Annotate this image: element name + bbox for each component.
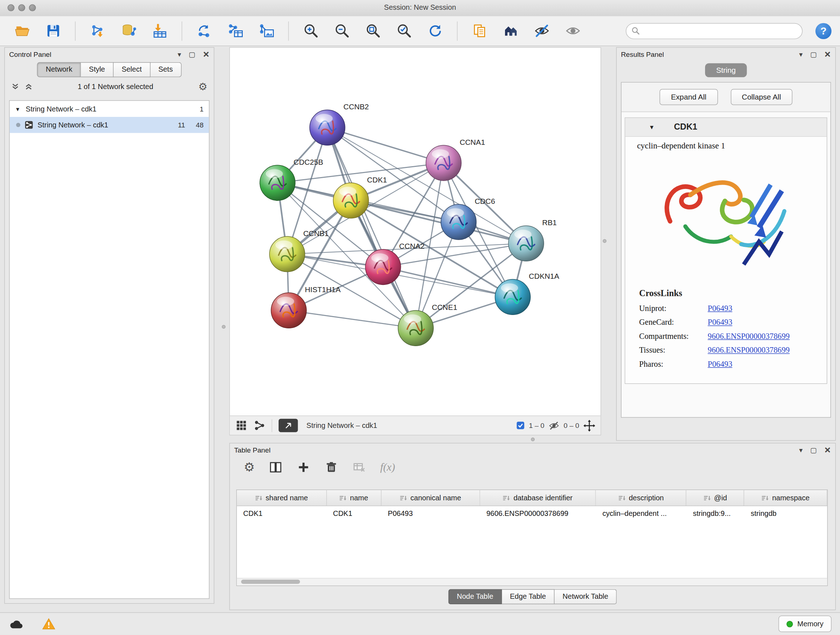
network-node-CCNB1[interactable]: CCNB1 xyxy=(270,229,329,272)
column-header--id[interactable]: @id xyxy=(686,490,744,506)
collapse-all-button[interactable]: Collapse All xyxy=(730,89,792,105)
column-header-shared-name[interactable]: shared name xyxy=(237,490,326,506)
panel-float-icon[interactable]: ▢ xyxy=(188,51,195,57)
column-header-name[interactable]: name xyxy=(326,490,381,506)
table-cell[interactable]: CDK1 xyxy=(326,506,381,520)
expand-all-icon[interactable] xyxy=(25,82,33,90)
network-node-CCNB2[interactable]: CCNB2 xyxy=(309,103,369,145)
tab-edge-table[interactable]: Edge Table xyxy=(502,589,554,604)
new-network-button[interactable] xyxy=(195,22,213,40)
edge-count: 48 xyxy=(196,121,203,129)
delete-column-button[interactable] xyxy=(325,460,339,474)
network-node-HIST1H1A[interactable]: HIST1H1A xyxy=(271,285,341,328)
network-row[interactable]: String Network – cdk1 11 48 xyxy=(10,117,209,133)
toolbar-search[interactable] xyxy=(626,23,803,39)
splitter-grip[interactable] xyxy=(531,437,535,441)
table-settings-gear-icon[interactable]: ⚙ xyxy=(244,461,255,473)
table-cell[interactable]: stringdb xyxy=(744,506,827,520)
tab-node-table[interactable]: Node Table xyxy=(448,589,502,604)
crosslink-value-link[interactable]: P06493 xyxy=(707,304,732,313)
warnings-button[interactable] xyxy=(41,617,57,631)
network-from-table-button[interactable] xyxy=(226,22,244,40)
crosslink-value-link[interactable]: P06493 xyxy=(707,360,732,369)
memory-button[interactable]: Memory xyxy=(778,616,831,632)
crosslink-value-link[interactable]: 9606.ENSP00000378699 xyxy=(707,332,789,341)
delete-table-button[interactable] xyxy=(352,460,366,474)
panel-float-icon[interactable]: ▢ xyxy=(810,51,816,57)
tab-network[interactable]: Network xyxy=(37,62,81,77)
hidden-eye-slash-icon[interactable] xyxy=(549,420,560,431)
selected-checkbox-icon[interactable] xyxy=(516,421,524,429)
open-session-button[interactable] xyxy=(13,22,31,40)
network-collection-row[interactable]: ▼ String Network – cdk1 1 xyxy=(10,101,209,117)
table-cell[interactable]: stringdb:9... xyxy=(686,506,744,520)
create-column-button[interactable] xyxy=(297,460,311,474)
tree-caret-icon[interactable]: ▼ xyxy=(15,106,21,111)
panel-menu-icon[interactable]: ▾ xyxy=(178,51,181,57)
network-node-RB1[interactable]: RB1 xyxy=(508,218,557,261)
network-canvas[interactable]: CCNB2CCNA1CDC25BCDK1CDC6RB1CCNB1CCNA2CDK… xyxy=(230,48,600,416)
network-node-CDKN1A[interactable]: CDKN1A xyxy=(495,272,559,315)
tab-sets[interactable]: Sets xyxy=(150,62,181,77)
zoom-fit-button[interactable] xyxy=(364,22,382,40)
entry-header[interactable]: ▼ CDK1 xyxy=(625,118,827,137)
function-builder-button[interactable]: f(x) xyxy=(380,461,395,473)
detach-view-button[interactable] xyxy=(279,419,298,432)
network-edge[interactable] xyxy=(327,127,416,328)
tab-style[interactable]: Style xyxy=(81,62,114,77)
column-header-description[interactable]: description xyxy=(596,490,686,506)
panel-menu-icon[interactable]: ▾ xyxy=(799,51,803,57)
entry-caret-icon[interactable]: ▼ xyxy=(649,124,654,130)
zoom-selected-button[interactable] xyxy=(395,22,413,40)
import-network-file-button[interactable] xyxy=(88,22,106,40)
splitter-grip[interactable] xyxy=(222,325,225,328)
panel-menu-icon[interactable]: ▾ xyxy=(799,447,803,453)
pan-crosshair-icon[interactable] xyxy=(584,420,595,432)
copy-button[interactable] xyxy=(470,22,488,40)
grid-view-button[interactable] xyxy=(235,420,247,432)
show-all-button[interactable] xyxy=(564,22,582,40)
network-node-CDK1[interactable]: CDK1 xyxy=(333,176,387,218)
tab-string[interactable]: String xyxy=(705,63,747,78)
network-edge[interactable] xyxy=(383,267,513,297)
show-columns-button[interactable] xyxy=(269,460,283,474)
column-header-database-identifier[interactable]: database identifier xyxy=(480,490,596,506)
splitter-grip[interactable] xyxy=(603,239,606,243)
collapse-all-icon[interactable] xyxy=(11,82,19,90)
table-cell[interactable]: 9606.ENSP00000378699 xyxy=(480,506,596,520)
search-input[interactable] xyxy=(643,27,797,35)
import-network-database-button[interactable] xyxy=(119,22,137,40)
table-cell[interactable]: CDK1 xyxy=(237,506,326,520)
panel-close-icon[interactable]: ✕ xyxy=(202,50,210,58)
crosslink-value-link[interactable]: P06493 xyxy=(707,318,732,327)
network-view-button[interactable] xyxy=(254,420,265,432)
zoom-in-button[interactable] xyxy=(302,22,320,40)
tab-select[interactable]: Select xyxy=(114,62,150,77)
panel-float-icon[interactable]: ▢ xyxy=(810,447,816,453)
refresh-button[interactable] xyxy=(426,22,444,40)
network-edge[interactable] xyxy=(327,127,444,163)
table-row[interactable]: CDK1CDK1P064939606.ENSP00000378699cyclin… xyxy=(237,506,827,520)
column-header-canonical-name[interactable]: canonical name xyxy=(381,490,480,506)
tab-network-table[interactable]: Network Table xyxy=(554,589,617,604)
first-neighbors-button[interactable] xyxy=(501,22,519,40)
import-table-button[interactable] xyxy=(150,22,169,40)
panel-close-icon[interactable]: ✕ xyxy=(824,446,831,454)
table-cell[interactable]: cyclin–dependent ... xyxy=(596,506,686,520)
hide-selected-button[interactable] xyxy=(532,22,551,40)
export-network-image-button[interactable] xyxy=(257,22,275,40)
network-node-CCNA1[interactable]: CCNA1 xyxy=(426,138,485,181)
zoom-out-button[interactable] xyxy=(333,22,351,40)
crosslink-value-link[interactable]: 9606.ENSP00000378699 xyxy=(707,346,789,355)
network-edge[interactable] xyxy=(289,310,416,328)
gear-icon[interactable]: ⚙ xyxy=(198,81,207,91)
horizontal-scrollbar[interactable] xyxy=(237,578,827,585)
column-header-namespace[interactable]: namespace xyxy=(744,490,827,506)
table-cell[interactable]: P06493 xyxy=(381,506,480,520)
help-button[interactable]: ? xyxy=(815,23,831,39)
scrollbar-thumb[interactable] xyxy=(241,580,300,584)
expand-all-button[interactable]: Expand All xyxy=(660,89,718,105)
save-session-button[interactable] xyxy=(44,22,62,40)
panel-close-icon[interactable]: ✕ xyxy=(824,50,831,58)
cloud-status-button[interactable] xyxy=(9,617,25,631)
